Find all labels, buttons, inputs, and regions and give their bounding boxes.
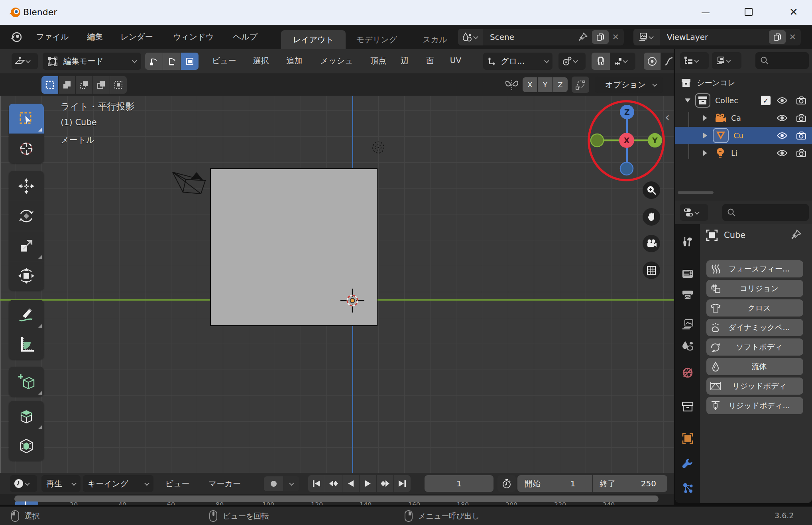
use-preview-range-button[interactable]: [497, 475, 516, 492]
play-reverse-button[interactable]: [342, 475, 359, 492]
tab-scene[interactable]: [678, 338, 697, 354]
physics-force-field-button[interactable]: フォースフィー...: [706, 260, 803, 277]
menu-view[interactable]: ビュー: [208, 55, 240, 66]
viewlayer-selector[interactable]: ViewLayer ✕: [633, 29, 801, 45]
blender-menu-icon[interactable]: [9, 30, 23, 44]
keying-menu[interactable]: キーイング: [83, 475, 153, 492]
timeline-marker-menu[interactable]: マーカー: [206, 478, 244, 489]
camera-view-button[interactable]: [643, 235, 660, 252]
physics-collision-button[interactable]: コリジョン: [706, 280, 803, 297]
orthographic-toggle-button[interactable]: [643, 262, 660, 279]
pin-icon[interactable]: [578, 32, 588, 42]
rotate-tool[interactable]: [9, 201, 44, 231]
outliner-filter-dropdown[interactable]: [712, 52, 741, 69]
physics-rigid-body-button[interactable]: リジッドボディ: [706, 378, 803, 395]
annotate-tool[interactable]: [9, 300, 44, 330]
menu-window[interactable]: ウィンドウ: [169, 31, 217, 42]
tab-modifiers[interactable]: [678, 456, 697, 472]
outliner-scrollbar[interactable]: [678, 191, 714, 194]
physics-dynamic-paint-button[interactable]: ダイナミックペ...: [706, 319, 803, 336]
outliner-search-input[interactable]: [755, 52, 809, 69]
jump-to-end-button[interactable]: [394, 475, 411, 492]
viewlayer-name[interactable]: ViewLayer: [667, 32, 769, 42]
mirror-x-button[interactable]: X: [523, 77, 537, 92]
disable-render-camera-icon[interactable]: [796, 114, 806, 122]
outliner-row-light[interactable]: Li: [675, 144, 812, 162]
scene-selector[interactable]: Scene ✕: [458, 29, 624, 45]
collection-checkbox[interactable]: ✓: [761, 96, 771, 105]
hide-eye-icon[interactable]: [777, 96, 787, 104]
mirror-y-button[interactable]: Y: [538, 77, 552, 92]
select-subtract-button[interactable]: [76, 76, 92, 94]
tab-view-layer[interactable]: [678, 316, 697, 333]
current-frame-field[interactable]: 1: [425, 475, 493, 492]
hide-eye-icon[interactable]: [777, 114, 787, 122]
frame-start-field[interactable]: 開始 1: [517, 475, 592, 492]
disable-render-camera-icon[interactable]: [796, 149, 806, 157]
scene-new-copy-button[interactable]: [592, 30, 609, 44]
expand-arrow-icon[interactable]: [703, 115, 707, 121]
move-tool[interactable]: [9, 171, 44, 201]
select-intersect-button[interactable]: [110, 76, 127, 94]
next-keyframe-button[interactable]: [377, 475, 393, 492]
tab-particles[interactable]: [678, 480, 697, 496]
hide-eye-icon[interactable]: [777, 132, 787, 140]
proportional-editing-button[interactable]: [644, 53, 661, 70]
maximize-button[interactable]: [735, 3, 763, 21]
disable-render-camera-icon[interactable]: [796, 96, 806, 105]
mirror-icon[interactable]: [504, 78, 520, 92]
scene-name[interactable]: Scene: [490, 32, 578, 42]
tab-world[interactable]: [678, 364, 697, 381]
minimize-button[interactable]: —: [692, 3, 720, 21]
select-new-button[interactable]: [41, 76, 58, 94]
workspace-tab-sculpting[interactable]: スカル: [417, 30, 453, 49]
options-dropdown[interactable]: オプション: [595, 77, 663, 93]
playback-menu[interactable]: 再生: [41, 475, 81, 492]
breadcrumb[interactable]: Cube: [724, 230, 745, 240]
viewlayer-new-copy-button[interactable]: [769, 30, 786, 44]
outliner-row-collection[interactable]: Collec ✓: [675, 92, 812, 109]
measure-tool[interactable]: [9, 330, 44, 360]
expand-arrow-icon[interactable]: [703, 150, 707, 156]
expand-arrow-icon[interactable]: [703, 133, 707, 138]
snap-settings-dropdown[interactable]: [610, 53, 635, 70]
mode-dropdown[interactable]: 編集モード: [43, 53, 141, 70]
inset-faces-tool[interactable]: [9, 431, 44, 461]
tab-collection[interactable]: [678, 398, 697, 415]
transform-tool[interactable]: [9, 261, 44, 291]
light-object[interactable]: [370, 139, 387, 156]
physics-rigid-body-constraint-button[interactable]: リジッドボディ...: [706, 397, 803, 414]
physics-fluid-button[interactable]: 流体: [706, 358, 803, 375]
menu-add[interactable]: 追加: [283, 55, 305, 66]
expand-arrow-icon[interactable]: [685, 98, 690, 102]
select-box-tool[interactable]: [9, 104, 44, 134]
tab-tool[interactable]: [678, 234, 697, 250]
timeline-view-menu[interactable]: ビュー: [162, 478, 193, 489]
workspace-tab-modeling[interactable]: モデリング: [353, 30, 401, 49]
hide-eye-icon[interactable]: [777, 149, 787, 157]
snap-base-button[interactable]: [572, 77, 589, 93]
menu-face[interactable]: 面: [423, 55, 437, 66]
navigation-gizmo[interactable]: Z Y X: [583, 96, 671, 185]
mirror-z-button[interactable]: Z: [553, 77, 568, 92]
properties-editor-type-dropdown[interactable]: [680, 204, 708, 221]
select-mode-edge-button[interactable]: [163, 53, 181, 70]
select-invert-button[interactable]: [93, 76, 110, 94]
select-mode-face-button[interactable]: [181, 53, 199, 70]
frame-end-field[interactable]: 終了 250: [593, 475, 668, 492]
cursor-tool[interactable]: [9, 134, 44, 163]
timeline-scrub-area[interactable]: 20 40 60 80 100 120 140 160 180 200 220 …: [0, 494, 674, 505]
outliner-row-camera[interactable]: Ca: [675, 109, 812, 127]
viewlayer-remove-icon[interactable]: ✕: [789, 32, 796, 42]
workspace-tab-layout[interactable]: レイアウト: [281, 30, 346, 49]
menu-select[interactable]: 選択: [250, 55, 272, 66]
play-button[interactable]: [360, 475, 376, 492]
outliner-row-scene-collection[interactable]: シーンコレ: [675, 74, 812, 92]
snap-toggle-button[interactable]: [592, 53, 610, 70]
physics-soft-body-button[interactable]: ソフトボディ: [706, 338, 803, 356]
camera-object[interactable]: [169, 169, 209, 197]
outliner-row-cube[interactable]: Cu: [675, 127, 812, 144]
proportional-falloff-dropdown[interactable]: [661, 53, 674, 70]
timeline-editor-type-button[interactable]: [10, 475, 37, 492]
viewport-3d[interactable]: ライト・平行投影 (1) Cube メートル: [0, 96, 674, 473]
